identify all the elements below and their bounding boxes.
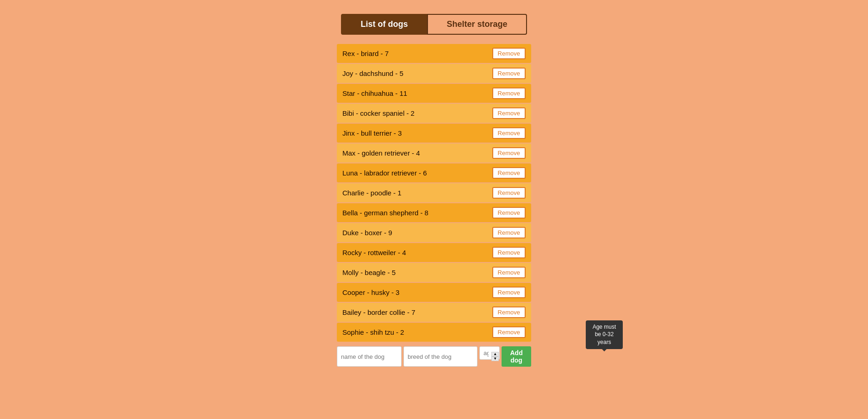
- remove-dog-button[interactable]: Remove: [492, 147, 526, 159]
- age-down-button[interactable]: ▼: [491, 356, 499, 361]
- remove-dog-button[interactable]: Remove: [492, 267, 526, 278]
- dog-list: Rex - briard - 7RemoveJoy - dachshund - …: [337, 44, 531, 342]
- remove-dog-button[interactable]: Remove: [492, 287, 526, 298]
- tab-list-of-dogs[interactable]: List of dogs: [341, 14, 427, 35]
- dog-item-text: Luna - labrador retriever - 6: [342, 169, 427, 177]
- remove-dog-button[interactable]: Remove: [492, 48, 526, 59]
- dog-list-item: Joy - dachshund - 5Remove: [337, 64, 531, 83]
- dog-list-item: Sophie - shih tzu - 2Remove: [337, 323, 531, 342]
- dog-item-text: Rocky - rottweiler - 4: [342, 249, 406, 256]
- dog-item-text: Bailey - border collie - 7: [342, 308, 415, 316]
- remove-dog-button[interactable]: Remove: [492, 167, 526, 179]
- age-spinners: ▲ ▼: [491, 352, 499, 361]
- dog-list-item: Rocky - rottweiler - 4Remove: [337, 243, 531, 262]
- dog-list-item: Jinx - bull terrier - 3Remove: [337, 124, 531, 143]
- remove-dog-button[interactable]: Remove: [492, 187, 526, 199]
- dog-item-text: Bibi - cocker spaniel - 2: [342, 109, 415, 117]
- remove-dog-button[interactable]: Remove: [492, 127, 526, 139]
- dog-item-text: Molly - beagle - 5: [342, 269, 396, 276]
- dog-item-text: Joy - dachshund - 5: [342, 69, 403, 77]
- remove-dog-button[interactable]: Remove: [492, 88, 526, 99]
- remove-dog-button[interactable]: Remove: [492, 68, 526, 79]
- remove-dog-button[interactable]: Remove: [492, 306, 526, 318]
- tab-navigation: List of dogs Shelter storage: [341, 14, 527, 35]
- age-up-button[interactable]: ▲: [491, 352, 499, 356]
- age-tooltip: Age must be 0-32 years: [586, 320, 623, 349]
- dog-item-text: Duke - boxer - 9: [342, 229, 392, 237]
- dog-list-item: Bibi - cocker spaniel - 2Remove: [337, 104, 531, 123]
- name-input[interactable]: [337, 346, 402, 367]
- dog-item-text: Sophie - shih tzu - 2: [342, 328, 404, 336]
- dog-item-text: Star - chihuahua - 11: [342, 89, 407, 97]
- dog-list-item: Luna - labrador retriever - 6Remove: [337, 163, 531, 182]
- dog-list-item: Molly - beagle - 5Remove: [337, 263, 531, 282]
- add-dog-button[interactable]: Add dog: [502, 346, 531, 367]
- dog-list-item: Cooper - husky - 3Remove: [337, 283, 531, 302]
- remove-dog-button[interactable]: Remove: [492, 247, 526, 258]
- tab-shelter-storage[interactable]: Shelter storage: [427, 14, 527, 35]
- dog-list-item: Bella - german shepherd - 8Remove: [337, 203, 531, 222]
- dog-list-item: Charlie - poodle - 1Remove: [337, 183, 531, 202]
- dog-list-item: Rex - briard - 7Remove: [337, 44, 531, 63]
- dog-list-item: Star - chihuahua - 11Remove: [337, 84, 531, 103]
- dog-item-text: Cooper - husky - 3: [342, 288, 399, 296]
- age-wrapper: ▲ ▼ Age must be 0-32 years: [479, 346, 500, 367]
- breed-input[interactable]: [403, 346, 477, 367]
- dog-item-text: Bella - german shepherd - 8: [342, 209, 428, 217]
- add-dog-form: ▲ ▼ Age must be 0-32 years Add dog: [337, 346, 531, 367]
- dog-item-text: Max - golden retriever - 4: [342, 149, 420, 157]
- dog-list-item: Max - golden retriever - 4Remove: [337, 144, 531, 163]
- dog-item-text: Jinx - bull terrier - 3: [342, 129, 402, 137]
- remove-dog-button[interactable]: Remove: [492, 227, 526, 238]
- dog-item-text: Charlie - poodle - 1: [342, 189, 402, 197]
- dog-item-text: Rex - briard - 7: [342, 50, 389, 57]
- dog-list-item: Duke - boxer - 9Remove: [337, 223, 531, 242]
- dog-list-item: Bailey - border collie - 7Remove: [337, 303, 531, 322]
- remove-dog-button[interactable]: Remove: [492, 107, 526, 119]
- remove-dog-button[interactable]: Remove: [492, 326, 526, 338]
- remove-dog-button[interactable]: Remove: [492, 207, 526, 219]
